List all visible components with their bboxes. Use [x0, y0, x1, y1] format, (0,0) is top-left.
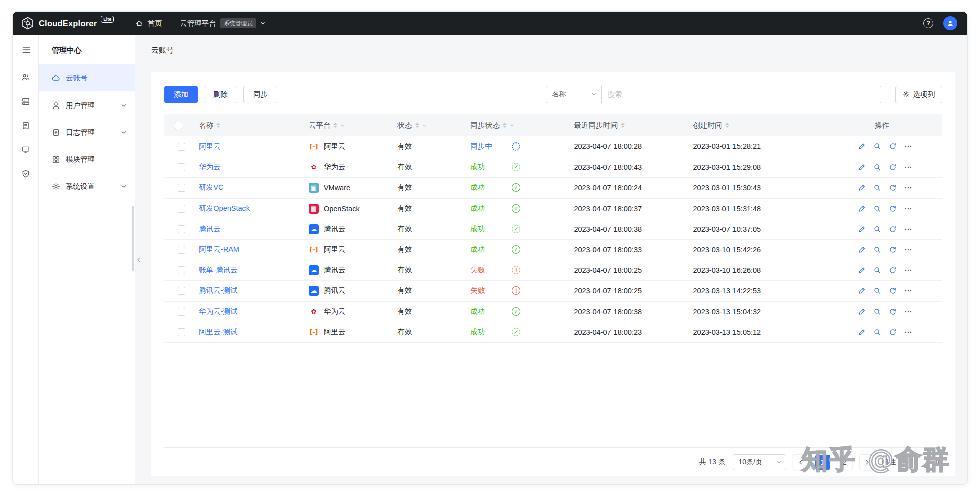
row-checkbox[interactable] [178, 287, 186, 295]
edit-icon[interactable] [858, 246, 866, 254]
sort-icon[interactable] [725, 123, 729, 128]
select-all-checkbox[interactable] [175, 122, 183, 130]
view-icon[interactable] [873, 225, 881, 233]
help-icon[interactable]: ? [923, 18, 933, 28]
more-actions-icon[interactable] [904, 142, 912, 150]
more-actions-icon[interactable] [904, 266, 912, 274]
account-name-link[interactable]: 阿里云-RAM [199, 245, 239, 253]
edit-icon[interactable] [858, 163, 866, 171]
refresh-icon[interactable] [889, 328, 897, 336]
sort-icon[interactable] [415, 123, 419, 128]
sidebar-item-log-management[interactable]: 日志管理 [39, 119, 135, 146]
view-icon[interactable] [873, 142, 881, 150]
nav-cloud-platform[interactable]: 云管理平台 系统管理员 [180, 18, 265, 28]
row-checkbox[interactable] [178, 163, 186, 171]
row-checkbox[interactable] [178, 205, 186, 213]
edit-icon[interactable] [858, 266, 866, 274]
document-icon[interactable] [19, 119, 32, 132]
more-actions-icon[interactable] [904, 246, 912, 254]
account-name-link[interactable]: 账单-腾讯云 [199, 266, 237, 274]
more-actions-icon[interactable] [904, 184, 912, 192]
nav-home[interactable]: 首页 [135, 19, 162, 28]
edit-icon[interactable] [858, 308, 866, 316]
sort-icon[interactable] [333, 123, 337, 128]
view-icon[interactable] [873, 308, 881, 316]
page-button-2[interactable]: 2 [837, 455, 852, 470]
shield-icon[interactable] [19, 167, 32, 180]
refresh-icon[interactable] [889, 287, 897, 295]
goto-page-input[interactable] [903, 454, 928, 470]
sidebar-item-user-management[interactable]: 用户管理 [39, 91, 135, 119]
more-actions-icon[interactable] [904, 308, 912, 316]
account-name-link[interactable]: 阿里云 [199, 142, 221, 150]
refresh-icon[interactable] [889, 246, 897, 254]
filter-icon[interactable] [422, 123, 427, 128]
refresh-icon[interactable] [889, 142, 897, 150]
view-icon[interactable] [873, 328, 881, 336]
server-icon[interactable] [19, 95, 32, 108]
row-checkbox[interactable] [178, 328, 186, 336]
user-avatar[interactable] [943, 16, 957, 30]
menu-icon[interactable] [19, 43, 32, 56]
sidebar-scrollbar[interactable] [132, 206, 134, 271]
add-button[interactable]: 添加 [164, 86, 198, 103]
account-name-link[interactable]: 腾讯云-测试 [199, 286, 237, 294]
account-name-link[interactable]: 腾讯云 [199, 225, 221, 233]
monitor-icon[interactable] [19, 143, 32, 156]
edit-icon[interactable] [858, 225, 866, 233]
delete-button[interactable]: 删除 [204, 86, 237, 103]
account-name-link[interactable]: 研发VC [199, 183, 223, 191]
more-actions-icon[interactable] [904, 287, 912, 295]
row-checkbox[interactable] [178, 225, 186, 233]
filter-icon[interactable] [510, 123, 514, 128]
sidebar-item-cloud-account[interactable]: 云账号 [39, 64, 135, 91]
sort-icon[interactable] [216, 123, 220, 128]
view-icon[interactable] [873, 246, 881, 254]
refresh-icon[interactable] [889, 266, 897, 274]
brand[interactable]: CloudExplorer Lite [21, 16, 114, 30]
refresh-icon[interactable] [889, 308, 897, 316]
row-checkbox[interactable] [178, 308, 186, 316]
refresh-icon[interactable] [889, 184, 897, 192]
sort-icon[interactable] [621, 123, 625, 128]
next-page-button[interactable] [860, 455, 875, 470]
view-icon[interactable] [873, 266, 881, 274]
page-button-1[interactable]: 1 [815, 455, 830, 470]
refresh-icon[interactable] [889, 225, 897, 233]
sidebar-collapse-icon[interactable] [136, 257, 142, 263]
more-actions-icon[interactable] [904, 225, 912, 233]
more-actions-icon[interactable] [904, 205, 912, 213]
more-actions-icon[interactable] [904, 328, 912, 336]
filter-icon[interactable] [340, 123, 345, 128]
sidebar-item-module-management[interactable]: 模块管理 [39, 146, 135, 173]
sync-button[interactable]: 同步 [243, 86, 277, 103]
row-checkbox[interactable] [178, 246, 186, 254]
row-checkbox[interactable] [178, 266, 186, 274]
edit-icon[interactable] [858, 328, 866, 336]
sidebar-item-system-settings[interactable]: 系统设置 [39, 173, 135, 200]
sort-icon[interactable] [503, 123, 507, 128]
search-input[interactable] [602, 86, 881, 103]
users-icon[interactable] [19, 71, 32, 84]
refresh-icon[interactable] [889, 205, 897, 213]
refresh-icon[interactable] [889, 163, 897, 171]
view-icon[interactable] [873, 287, 881, 295]
account-name-link[interactable]: 华为云 [199, 163, 221, 171]
search-field-select[interactable]: 名称 [546, 86, 602, 103]
row-checkbox[interactable] [178, 143, 186, 151]
row-checkbox[interactable] [178, 184, 186, 192]
view-icon[interactable] [873, 205, 881, 213]
edit-icon[interactable] [858, 142, 866, 150]
account-name-link[interactable]: 阿里云-测试 [199, 328, 237, 336]
account-name-link[interactable]: 研发OpenStack [199, 204, 250, 212]
column-options-button[interactable]: 选项列 [895, 86, 943, 103]
prev-page-button[interactable] [793, 455, 808, 470]
view-icon[interactable] [873, 163, 881, 171]
page-size-select[interactable]: 10条/页 [733, 454, 786, 470]
account-name-link[interactable]: 华为云-测试 [199, 307, 237, 315]
view-icon[interactable] [873, 184, 881, 192]
edit-icon[interactable] [858, 184, 866, 192]
more-actions-icon[interactable] [904, 163, 912, 171]
edit-icon[interactable] [858, 287, 866, 295]
edit-icon[interactable] [858, 205, 866, 213]
